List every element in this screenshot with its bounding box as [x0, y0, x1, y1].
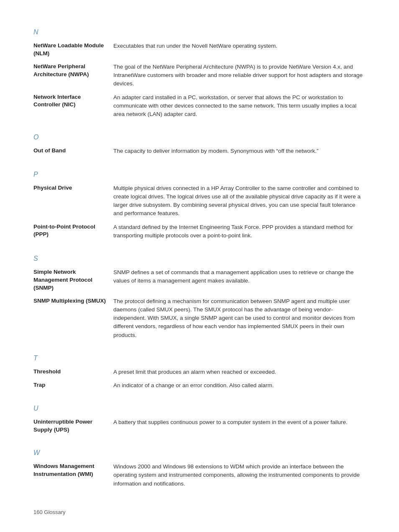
glossary-definition: Windows 2000 and Windows 98 extensions t… [107, 461, 366, 491]
glossary-row: ThresholdA preset limit that produces an… [33, 366, 366, 380]
page-footer: 160 Glossary [33, 509, 66, 515]
glossary-term: Out of Band [33, 145, 107, 159]
glossary-definition: A standard defined by the Internet Engin… [107, 221, 366, 244]
glossary-definition: An adapter card installed in a PC, works… [107, 92, 366, 122]
glossary-row: Uninterruptible Power Supply (UPS)A batt… [33, 416, 366, 437]
glossary-row: NetWare Loadable Module (NLM)Executables… [33, 40, 366, 61]
glossary-term: Threshold [33, 366, 107, 380]
page-content: NNetWare Loadable Module (NLM)Executable… [0, 0, 399, 520]
glossary-table-s: Simple Network Management Protocol (SNMP… [33, 267, 366, 343]
section-letter-w: W [33, 449, 366, 457]
section-letter-p: P [33, 171, 366, 178]
section-letter-u: U [33, 405, 366, 412]
glossary-table-o: Out of BandThe capacity to deliver infor… [33, 145, 366, 159]
page-number: 160 Glossary [33, 509, 66, 515]
glossary-table-t: ThresholdA preset limit that produces an… [33, 366, 366, 393]
glossary-term: NetWare Loadable Module (NLM) [33, 40, 107, 61]
glossary-definition: A battery that supplies continuous power… [107, 416, 366, 437]
glossary-term: Windows Management Instrumentation (WMI) [33, 461, 107, 491]
glossary-term: Physical Drive [33, 182, 107, 221]
glossary-container: NNetWare Loadable Module (NLM)Executable… [33, 28, 366, 491]
glossary-term: Point-to-Point Protocol (PPP) [33, 221, 107, 244]
section-letter-t: T [33, 355, 366, 362]
section-letter-s: S [33, 255, 366, 262]
glossary-term: NetWare Peripheral Architecture (NWPA) [33, 61, 107, 92]
glossary-definition: Multiple physical drives connected in a … [107, 182, 366, 221]
glossary-row: Out of BandThe capacity to deliver infor… [33, 145, 366, 159]
glossary-row: Point-to-Point Protocol (PPP)A standard … [33, 221, 366, 244]
glossary-row: Simple Network Management Protocol (SNMP… [33, 267, 366, 296]
glossary-row: NetWare Peripheral Architecture (NWPA)Th… [33, 61, 366, 92]
section-letter-n: N [33, 28, 366, 36]
glossary-definition: A preset limit that produces an alarm wh… [107, 366, 366, 380]
glossary-term: Simple Network Management Protocol (SNMP… [33, 267, 107, 296]
glossary-definition: The goal of the NetWare Peripheral Archi… [107, 61, 366, 92]
glossary-definition: The protocol defining a mechanism for co… [107, 296, 366, 343]
glossary-row: SNMP Multiplexing (SMUX)The protocol def… [33, 296, 366, 343]
glossary-term: Uninterruptible Power Supply (UPS) [33, 416, 107, 437]
glossary-row: TrapAn indicator of a change or an error… [33, 380, 366, 393]
glossary-term: Network Interface Controller (NIC) [33, 92, 107, 122]
glossary-definition: The capacity to deliver information by m… [107, 145, 366, 159]
glossary-row: Windows Management Instrumentation (WMI)… [33, 461, 366, 491]
glossary-term: Trap [33, 380, 107, 393]
glossary-row: Physical DriveMultiple physical drives c… [33, 182, 366, 221]
glossary-definition: An indicator of a change or an error con… [107, 380, 366, 393]
glossary-table-w: Windows Management Instrumentation (WMI)… [33, 461, 366, 491]
section-letter-o: O [33, 134, 366, 141]
glossary-row: Network Interface Controller (NIC)An ada… [33, 92, 366, 122]
glossary-term: SNMP Multiplexing (SMUX) [33, 296, 107, 343]
glossary-definition: SNMP defines a set of commands that a ma… [107, 267, 366, 296]
glossary-definition: Executables that run under the Novell Ne… [107, 40, 366, 61]
glossary-table-u: Uninterruptible Power Supply (UPS)A batt… [33, 416, 366, 437]
glossary-table-p: Physical DriveMultiple physical drives c… [33, 182, 366, 244]
glossary-table-n: NetWare Loadable Module (NLM)Executables… [33, 40, 366, 122]
